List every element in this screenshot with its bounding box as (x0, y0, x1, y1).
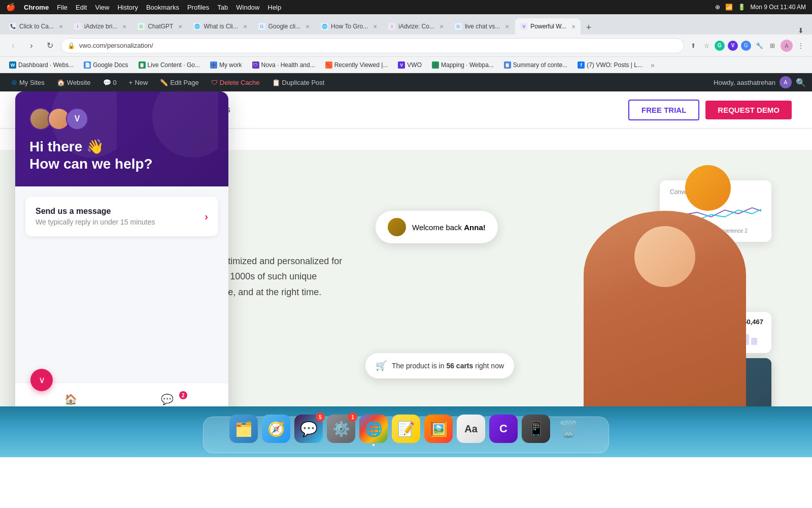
tab-google-cli[interactable]: G Google cli... ✕ (253, 18, 315, 35)
wp-edit-icon: ✏️ (160, 79, 168, 86)
cart-prefix: The product is in (392, 362, 446, 370)
wp-edit-page[interactable]: ✏️ Edit Page (155, 77, 204, 88)
bookmark-summary[interactable]: 📋 Summary of conte... (500, 60, 571, 70)
reload-button[interactable]: ↻ (43, 39, 57, 53)
tab-close-icon[interactable]: ✕ (122, 24, 126, 29)
tab-close-icon[interactable]: ✕ (439, 24, 444, 29)
window-menu[interactable]: Window (236, 4, 259, 11)
grammarly-icon[interactable]: G (715, 41, 725, 51)
wp-search-icon[interactable]: 🔍 (796, 78, 806, 87)
bookmark-vwo[interactable]: V VWO (394, 60, 426, 70)
help-menu[interactable]: Help (268, 4, 282, 11)
tab-click-to-call[interactable]: 📞 Click to Ca... ✕ (4, 18, 68, 35)
back-button[interactable]: ‹ (6, 39, 20, 53)
page-content: Solutions Why VWO? Resources FREE TRIAL … (0, 91, 812, 406)
file-menu[interactable]: File (57, 4, 67, 11)
tab-list-button[interactable]: ⬇ (794, 26, 808, 35)
wp-my-sites[interactable]: ⊕ My Sites (6, 76, 50, 88)
message-card[interactable]: Send us a message We typically reply in … (25, 197, 218, 236)
edit-menu[interactable]: Edit (76, 4, 87, 11)
bookmark-live-content[interactable]: 📋 Live Content · Go... (134, 60, 204, 70)
profile-avatar[interactable]: A (781, 40, 793, 52)
tab-menu[interactable]: Tab (217, 4, 228, 11)
wp-delete-cache[interactable]: 🛡 Delete Cache (206, 77, 265, 88)
dock-running-dot (373, 444, 375, 446)
profiles-menu[interactable]: Profiles (187, 4, 209, 11)
intercom-tab-home[interactable]: 🏠 Home (50, 389, 91, 406)
tab-close-icon[interactable]: ✕ (243, 24, 247, 29)
dock-safari[interactable]: 🧭 (262, 415, 290, 443)
tab-powerful-w[interactable]: V Powerful W... ✕ (515, 18, 581, 35)
apple-icon[interactable]: 🍎 (6, 3, 16, 12)
dock-misc-app[interactable]: 📱 (522, 415, 550, 443)
dock-slack[interactable]: 💬 5 (294, 415, 323, 443)
slack-badge: 5 (316, 412, 325, 422)
bookmark-my-work[interactable]: ➕ My work (206, 60, 246, 70)
tab-close-icon[interactable]: ✕ (178, 24, 182, 29)
bookmark-wordpress[interactable]: W Dashboard · Webs... (5, 60, 78, 70)
bookmarks-menu[interactable]: Bookmarks (146, 4, 179, 11)
dock-trash[interactable]: 🗑️ (554, 415, 583, 443)
request-demo-button[interactable]: REQUEST DEMO (705, 101, 792, 119)
tab-live-chat[interactable]: G live chat vs... ✕ (450, 18, 514, 35)
intercom-avatar-3: V (66, 108, 88, 130)
bookmark-vwo-posts[interactable]: f (7) VWO: Posts | L... (573, 60, 647, 70)
bookmark-nova[interactable]: 🛡 Nova · Health and... (248, 60, 319, 70)
control-center-icon[interactable]: ⊕ (715, 4, 720, 11)
bookmark-gdocs[interactable]: 📄 Google Docs (80, 60, 132, 70)
tab-close-icon[interactable]: ✕ (59, 24, 63, 29)
bookmarks-more[interactable]: » (651, 61, 655, 69)
tab-close-icon[interactable]: ✕ (571, 24, 576, 29)
chrome-menu[interactable]: Chrome (24, 4, 49, 11)
scroll-down-button[interactable]: ∨ (30, 369, 53, 391)
welcome-name: Anna! (464, 223, 486, 232)
forward-button[interactable]: › (24, 39, 39, 53)
dock-chrome[interactable]: 🌐 (359, 415, 388, 443)
chevron-down-icon: ∨ (39, 374, 45, 386)
share-icon[interactable]: ⬆ (688, 41, 698, 51)
dock-photos[interactable]: 🖼️ (424, 415, 453, 443)
extension-icon-1[interactable]: V (728, 41, 738, 51)
extension-icon-4[interactable]: ⊞ (767, 41, 777, 51)
wp-website[interactable]: 🏠 Website (52, 77, 96, 88)
wp-comments[interactable]: 💬 0 (98, 77, 122, 88)
free-trial-button[interactable]: FREE TRIAL (628, 100, 699, 120)
wp-new[interactable]: + New (124, 77, 153, 88)
extension-icon-2[interactable]: G (741, 41, 751, 51)
dock-canva[interactable]: C (489, 415, 518, 443)
canva-icon: C (499, 422, 507, 435)
extension-icon-3[interactable]: 🔧 (754, 41, 764, 51)
tab-iadvize-co[interactable]: i iAdvize: Co... ✕ (383, 18, 449, 35)
tab-close-icon[interactable]: ✕ (373, 24, 377, 29)
tab-what-is-cli[interactable]: 🌐 What is Cli... ✕ (188, 18, 252, 35)
address-input[interactable]: 🔒 vwo.com/personalization/ (61, 38, 684, 53)
view-menu[interactable]: View (95, 4, 109, 11)
misc-icon: 📱 (527, 421, 545, 437)
tab-iadvize-bri[interactable]: i iAdvize bri... ✕ (69, 18, 131, 35)
intercom-tab-messages[interactable]: 💬 2 Messages (141, 389, 193, 406)
dock-dictionary[interactable]: Aa (457, 415, 485, 443)
bookmark-label: Dashboard · Webs... (18, 61, 74, 69)
history-menu[interactable]: History (117, 4, 138, 11)
tab-how-to-gro[interactable]: 🌐 How To Gro... ✕ (316, 18, 382, 35)
dock-notes[interactable]: 📝 (392, 415, 420, 443)
intercom-body: Send us a message We typically reply in … (15, 186, 228, 383)
new-tab-button[interactable]: + (582, 20, 596, 35)
tab-close-icon[interactable]: ✕ (505, 24, 509, 29)
bookmark-recently-viewed[interactable]: 🔖 Recently Viewed |... (321, 60, 392, 70)
bookmark-star-icon[interactable]: ☆ (701, 41, 712, 51)
more-options-icon[interactable]: ⋮ (796, 41, 806, 51)
tab-chatgpt[interactable]: G ChatGPT ✕ (132, 18, 187, 35)
wp-user-avatar[interactable]: A (780, 76, 792, 88)
battery-icon[interactable]: 🔋 (738, 4, 746, 11)
wifi-icon[interactable]: 📶 (725, 4, 733, 11)
bookmark-mapping[interactable]: ➕ Mapping · Webpa... (428, 60, 498, 70)
wp-duplicate-post[interactable]: 📋 Duplicate Post (267, 77, 330, 88)
dock-finder[interactable]: 🗂️ (229, 415, 258, 443)
bookmark-label: VWO (407, 61, 422, 69)
orange-decoration (685, 165, 731, 211)
dock-system-prefs[interactable]: ⚙️ 1 (327, 415, 355, 443)
tab-close-icon[interactable]: ✕ (306, 24, 310, 29)
message-subtitle: We typically reply in under 15 minutes (36, 218, 155, 226)
slack-icon: 💬 (300, 421, 318, 437)
